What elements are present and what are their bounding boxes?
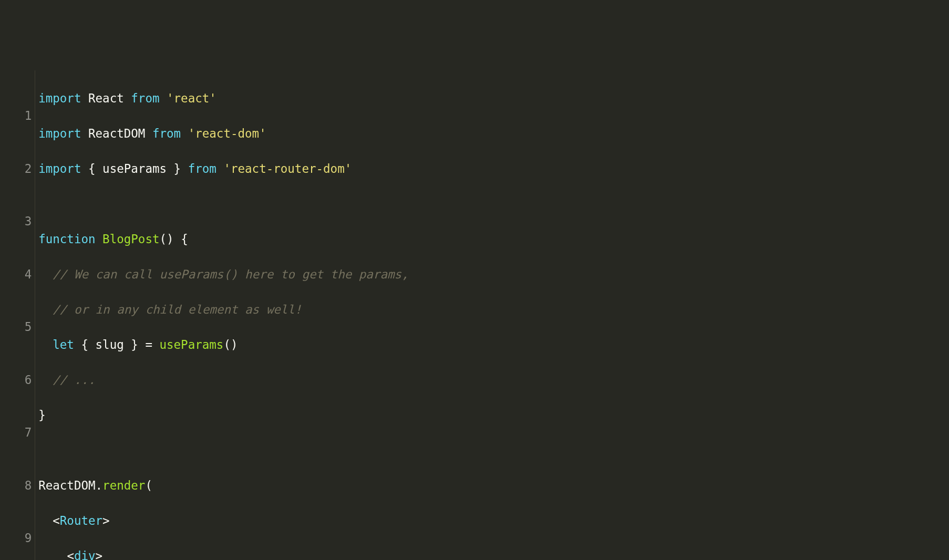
code-line[interactable]: // ...	[38, 371, 949, 389]
code-area[interactable]: import React from 'react' import ReactDO…	[35, 70, 949, 560]
code-line[interactable]: <div>	[38, 547, 949, 561]
line-number-gutter: 1 2 3 4 5 6 7 8 9 10 11 12 13 14 15 16 1…	[0, 70, 35, 560]
code-line[interactable]: // We can call useParams() here to get t…	[38, 266, 949, 284]
code-line[interactable]: function BlogPost() {	[38, 231, 949, 248]
code-line[interactable]: // or in any child element as well!	[38, 301, 949, 319]
line-number: 7	[3, 424, 32, 442]
line-number: 9	[3, 530, 32, 547]
code-line[interactable]: import { useParams } from 'react-router-…	[38, 160, 949, 178]
line-number: 4	[3, 266, 32, 284]
code-editor: 1 2 3 4 5 6 7 8 9 10 11 12 13 14 15 16 1…	[0, 70, 949, 560]
code-line[interactable]: import React from 'react'	[38, 90, 949, 108]
line-number: 5	[3, 318, 32, 336]
line-number: 1	[3, 107, 32, 125]
code-line[interactable]: }	[38, 407, 949, 424]
code-line[interactable]: <Router>	[38, 512, 949, 530]
code-line[interactable]: ReactDOM.render(	[38, 477, 949, 495]
code-line[interactable]	[38, 195, 949, 213]
line-number: 3	[3, 213, 32, 231]
line-number: 2	[3, 160, 32, 178]
code-line[interactable]: let { slug } = useParams()	[38, 336, 949, 354]
code-line[interactable]	[38, 442, 949, 460]
line-number: 6	[3, 371, 32, 389]
code-line[interactable]: import ReactDOM from 'react-dom'	[38, 125, 949, 143]
line-number: 8	[3, 477, 32, 495]
